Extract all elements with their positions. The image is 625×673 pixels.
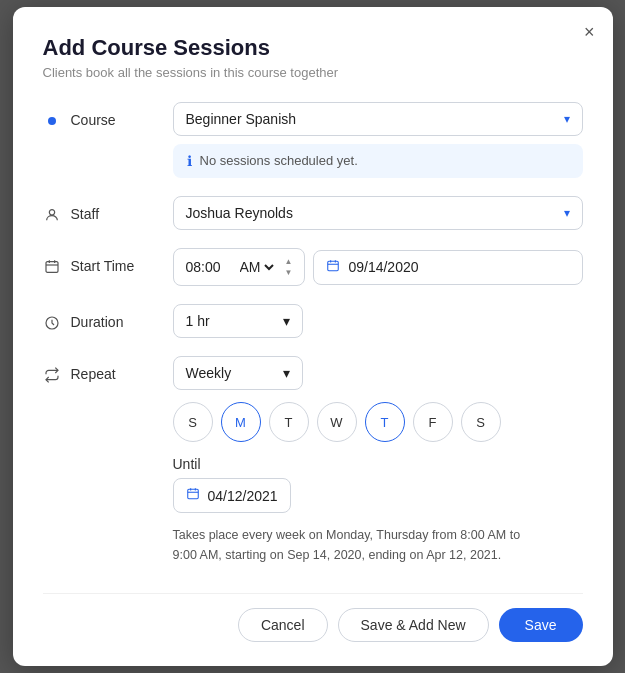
staff-person-icon bbox=[43, 205, 61, 223]
repeat-select[interactable]: Weekly ▾ bbox=[173, 356, 303, 390]
days-row: SMTWTFS bbox=[173, 402, 521, 442]
duration-row: Duration 1 hr ▾ bbox=[43, 304, 583, 338]
day-button-0[interactable]: S bbox=[173, 402, 213, 442]
modal-title: Add Course Sessions bbox=[43, 35, 583, 61]
repeat-top: Repeat Weekly ▾ bbox=[43, 356, 303, 390]
start-time-input-col: AM PM ▲ ▼ bbox=[173, 248, 583, 286]
day-button-5[interactable]: F bbox=[413, 402, 453, 442]
repeat-icon bbox=[43, 365, 61, 383]
calendar-icon bbox=[326, 259, 340, 276]
start-time-label: Start Time bbox=[71, 258, 135, 274]
until-date-value: 04/12/2021 bbox=[208, 488, 278, 504]
day-button-4[interactable]: T bbox=[365, 402, 405, 442]
repeat-input-col: Weekly ▾ bbox=[173, 356, 303, 390]
repeat-label-col: Repeat bbox=[43, 356, 173, 383]
svg-rect-5 bbox=[328, 261, 339, 270]
modal-subtitle: Clients book all the sessions in this co… bbox=[43, 65, 583, 80]
day-button-6[interactable]: S bbox=[461, 402, 501, 442]
course-row: Course Beginner Spanish ▾ ℹ No sessions … bbox=[43, 102, 583, 178]
save-button[interactable]: Save bbox=[499, 608, 583, 642]
info-icon: ℹ bbox=[187, 153, 192, 169]
day-button-1[interactable]: M bbox=[221, 402, 261, 442]
modal-footer: Cancel Save & Add New Save bbox=[43, 593, 583, 642]
duration-select[interactable]: 1 hr ▾ bbox=[173, 304, 303, 338]
cancel-button[interactable]: Cancel bbox=[238, 608, 328, 642]
duration-label: Duration bbox=[71, 314, 124, 330]
staff-chevron-icon: ▾ bbox=[564, 206, 570, 220]
course-info-banner: ℹ No sessions scheduled yet. bbox=[173, 144, 583, 178]
time-input[interactable] bbox=[186, 259, 228, 275]
course-info-message: No sessions scheduled yet. bbox=[200, 153, 358, 168]
duration-clock-icon bbox=[43, 313, 61, 331]
save-add-button[interactable]: Save & Add New bbox=[338, 608, 489, 642]
repeat-selected-value: Weekly bbox=[186, 365, 232, 381]
staff-select[interactable]: Joshua Reynolds ▾ bbox=[173, 196, 583, 230]
start-time-label-col: Start Time bbox=[43, 248, 173, 275]
svg-point-0 bbox=[49, 209, 54, 214]
clock-icon bbox=[43, 257, 61, 275]
duration-chevron-icon: ▾ bbox=[283, 313, 290, 329]
duration-label-col: Duration bbox=[43, 304, 173, 331]
until-date-field[interactable]: 04/12/2021 bbox=[173, 478, 291, 513]
course-label: Course bbox=[71, 112, 116, 128]
time-field[interactable]: AM PM ▲ ▼ bbox=[173, 248, 306, 286]
staff-input-col: Joshua Reynolds ▾ bbox=[173, 196, 583, 230]
course-label-col: Course bbox=[43, 102, 173, 129]
course-chevron-icon: ▾ bbox=[564, 112, 570, 126]
course-dot-icon bbox=[43, 111, 61, 129]
date-field[interactable]: 09/14/2020 bbox=[313, 250, 582, 285]
course-select[interactable]: Beginner Spanish ▾ bbox=[173, 102, 583, 136]
staff-row: Staff Joshua Reynolds ▾ bbox=[43, 196, 583, 230]
close-button[interactable]: × bbox=[584, 23, 595, 41]
until-calendar-icon bbox=[186, 487, 200, 504]
repeat-row: Repeat Weekly ▾ SMTWTFS Until bbox=[43, 356, 583, 565]
staff-label: Staff bbox=[71, 206, 100, 222]
course-selected-value: Beginner Spanish bbox=[186, 111, 297, 127]
day-button-2[interactable]: T bbox=[269, 402, 309, 442]
start-time-row: Start Time AM PM ▲ ▼ bbox=[43, 248, 583, 286]
course-input-col: Beginner Spanish ▾ ℹ No sessions schedul… bbox=[173, 102, 583, 178]
svg-rect-1 bbox=[46, 261, 58, 272]
day-button-3[interactable]: W bbox=[317, 402, 357, 442]
repeat-chevron-icon: ▾ bbox=[283, 365, 290, 381]
summary-text: Takes place every week on Monday, Thursd… bbox=[173, 525, 521, 565]
start-time-controls: AM PM ▲ ▼ bbox=[173, 248, 583, 286]
repeat-label: Repeat bbox=[71, 366, 116, 382]
repeat-days-section: SMTWTFS Until 04/12/2021 bbox=[43, 390, 521, 565]
ampm-select[interactable]: AM PM bbox=[236, 258, 277, 276]
up-arrow-icon[interactable]: ▲ bbox=[285, 257, 293, 267]
until-label: Until bbox=[173, 456, 521, 472]
svg-rect-10 bbox=[187, 489, 198, 498]
date-value: 09/14/2020 bbox=[348, 259, 418, 275]
add-course-sessions-modal: × Add Course Sessions Clients book all t… bbox=[13, 7, 613, 666]
staff-label-col: Staff bbox=[43, 196, 173, 223]
until-section: Until 04/12/2021 bbox=[173, 456, 521, 513]
down-arrow-icon[interactable]: ▼ bbox=[285, 268, 293, 278]
time-spinner[interactable]: ▲ ▼ bbox=[285, 257, 293, 277]
duration-input-col: 1 hr ▾ bbox=[173, 304, 583, 338]
duration-selected-value: 1 hr bbox=[186, 313, 210, 329]
staff-selected-value: Joshua Reynolds bbox=[186, 205, 293, 221]
